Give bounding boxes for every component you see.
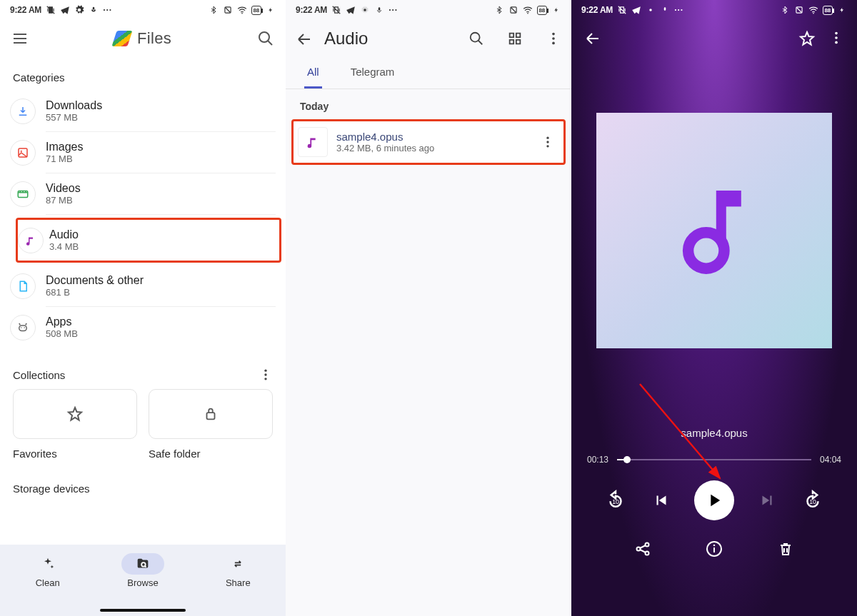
hamburger-icon[interactable] bbox=[11, 30, 29, 47]
screen-audio-list: 9:22 AM ··· 88 Audio All Telegram Today bbox=[286, 0, 571, 616]
category-apps[interactable]: Apps 508 MB bbox=[46, 307, 276, 348]
status-time: 9:22 AM bbox=[581, 5, 613, 15]
status-overflow: ··· bbox=[103, 5, 112, 15]
skip-previous-icon[interactable] bbox=[648, 488, 674, 513]
forward-10-icon[interactable]: 10 bbox=[800, 488, 826, 513]
lock-icon bbox=[203, 406, 219, 422]
category-audio-highlight: Audio 3.4 MB bbox=[16, 218, 281, 263]
svg-point-18 bbox=[471, 33, 480, 42]
category-audio[interactable]: Audio 3.4 MB bbox=[49, 220, 274, 261]
rotate-lock-icon bbox=[508, 5, 518, 15]
svg-point-9 bbox=[264, 370, 266, 372]
more-vertical-icon[interactable] bbox=[259, 368, 273, 382]
tab-telegram[interactable]: Telegram bbox=[348, 66, 398, 89]
swap-icon bbox=[216, 553, 259, 575]
music-note-icon bbox=[18, 228, 44, 253]
back-arrow-icon[interactable] bbox=[296, 31, 311, 46]
playback-controls: 10 10 bbox=[571, 480, 857, 520]
charging-icon bbox=[837, 5, 847, 15]
collections-cards bbox=[0, 389, 286, 439]
file-name: sample4.opus bbox=[336, 131, 532, 143]
category-images[interactable]: Images 71 MB bbox=[46, 132, 276, 173]
screen-music-player: 9:22 AM ··· 88 sample4.opu bbox=[571, 0, 857, 616]
audio-toolbar: Audio bbox=[286, 20, 571, 57]
play-button[interactable] bbox=[694, 480, 734, 520]
category-videos[interactable]: Videos 87 MB bbox=[46, 173, 276, 215]
seek-bar[interactable]: 00:13 04:04 bbox=[571, 439, 857, 465]
nav-indicator[interactable] bbox=[100, 609, 186, 612]
back-arrow-icon[interactable] bbox=[584, 30, 600, 46]
svg-point-1 bbox=[241, 13, 243, 14]
more-vertical-icon[interactable] bbox=[828, 30, 844, 46]
info-icon[interactable] bbox=[704, 539, 724, 559]
gear-icon bbox=[74, 5, 84, 15]
svg-point-29 bbox=[835, 32, 838, 35]
share-icon[interactable] bbox=[633, 539, 653, 559]
vibrate-off-icon bbox=[331, 5, 341, 15]
mic-icon bbox=[660, 5, 670, 15]
tab-clean[interactable]: Clean bbox=[26, 553, 69, 588]
progress-track[interactable] bbox=[617, 459, 811, 460]
progress-thumb[interactable] bbox=[623, 456, 631, 463]
svg-point-23 bbox=[546, 141, 548, 143]
svg-text:10: 10 bbox=[809, 498, 816, 505]
category-documents[interactable]: Documents & other 681 B bbox=[46, 266, 276, 307]
svg-point-19 bbox=[552, 33, 555, 36]
svg-rect-15 bbox=[379, 7, 381, 11]
svg-rect-12 bbox=[207, 413, 215, 419]
battery-icon: 88 bbox=[823, 6, 833, 15]
svg-rect-26 bbox=[664, 7, 666, 11]
telegram-icon bbox=[60, 5, 70, 15]
more-vertical-icon[interactable] bbox=[546, 31, 561, 46]
favorites-card[interactable] bbox=[13, 389, 137, 439]
files-logo-icon bbox=[111, 31, 132, 46]
music-note-large-icon bbox=[664, 181, 764, 281]
gear-icon bbox=[646, 5, 656, 15]
music-note-icon bbox=[298, 127, 328, 157]
rotate-lock-icon bbox=[794, 5, 804, 15]
svg-point-34 bbox=[688, 233, 724, 268]
tab-browse[interactable]: Browse bbox=[121, 553, 164, 588]
delete-icon[interactable] bbox=[776, 539, 796, 559]
bluetooth-icon bbox=[209, 5, 219, 15]
category-downloads[interactable]: Downloads 557 MB bbox=[46, 91, 276, 132]
wifi-icon bbox=[808, 5, 818, 15]
tab-all[interactable]: All bbox=[304, 66, 322, 89]
svg-point-21 bbox=[552, 42, 555, 45]
video-icon bbox=[10, 181, 36, 207]
search-icon[interactable] bbox=[468, 31, 484, 46]
svg-point-8 bbox=[24, 327, 26, 328]
grid-view-icon[interactable] bbox=[507, 31, 523, 46]
status-bar: 9:22 AM ··· bbox=[0, 0, 286, 20]
filter-tabs: All Telegram bbox=[286, 57, 571, 89]
svg-point-25 bbox=[649, 9, 652, 11]
album-art bbox=[571, 113, 857, 348]
wifi-icon bbox=[523, 5, 533, 15]
skip-next-icon[interactable] bbox=[754, 488, 780, 513]
star-icon bbox=[66, 405, 84, 423]
android-icon bbox=[10, 315, 36, 340]
vibrate-off-icon bbox=[46, 5, 56, 15]
status-time: 9:22 AM bbox=[10, 5, 41, 15]
star-icon[interactable] bbox=[798, 30, 814, 46]
file-row-highlight[interactable]: sample4.opus 3.42 MB, 6 minutes ago bbox=[291, 119, 566, 165]
svg-point-30 bbox=[835, 36, 838, 39]
collections-header: Collections bbox=[0, 348, 286, 389]
svg-point-7 bbox=[21, 327, 22, 328]
rewind-10-icon[interactable]: 10 bbox=[603, 488, 628, 513]
svg-point-24 bbox=[546, 145, 548, 147]
screen-files-browse: 9:22 AM ··· bbox=[0, 0, 286, 616]
vibrate-off-icon bbox=[617, 5, 627, 15]
sparkle-icon bbox=[26, 553, 69, 575]
search-icon[interactable] bbox=[257, 30, 274, 47]
player-bottom-actions bbox=[571, 539, 857, 559]
safefolder-card[interactable] bbox=[149, 389, 273, 439]
svg-text:10: 10 bbox=[612, 498, 619, 505]
app-title: Files bbox=[40, 29, 246, 48]
tab-share[interactable]: Share bbox=[216, 553, 259, 588]
folder-search-icon bbox=[121, 553, 164, 575]
svg-point-28 bbox=[813, 13, 814, 14]
more-vertical-icon[interactable] bbox=[541, 135, 555, 149]
bluetooth-icon bbox=[494, 5, 504, 15]
svg-rect-41 bbox=[713, 547, 715, 552]
